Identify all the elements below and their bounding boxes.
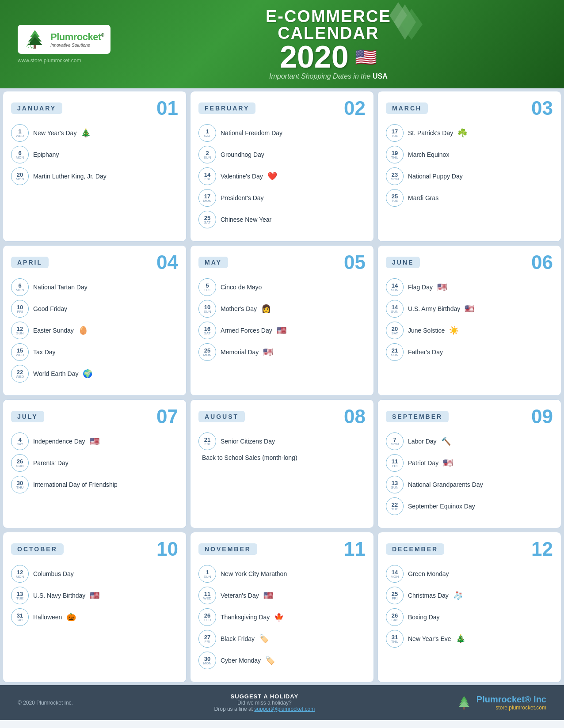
event-row: 22WEDWorld Earth Day🌍: [11, 365, 178, 383]
event-name: National Grandparents Day: [408, 481, 483, 488]
event-name: Cyber Monday: [221, 657, 261, 664]
event-icon: ☀️: [449, 326, 459, 335]
day-badge: 10FRI: [11, 300, 29, 318]
month-name: FEBRUARY: [198, 102, 255, 114]
svg-point-3: [28, 42, 30, 44]
event-row: 13TUEU.S. Navy Birthday🇺🇸: [11, 587, 178, 604]
event-icon: 🌍: [83, 369, 92, 379]
event-name: New Year's Day: [33, 129, 76, 136]
day-number: 31: [392, 634, 398, 640]
day-abbr: WED: [203, 597, 212, 600]
day-badge: 14SUN: [386, 300, 404, 318]
event-name: Senior Citizens Day: [221, 438, 275, 445]
event-row: 11FRIPatriot Day🇺🇸: [386, 454, 553, 472]
event-icon: 🇺🇸: [90, 591, 99, 600]
day-abbr: SUN: [16, 464, 24, 468]
event-row: 19THUMarch Equinox: [386, 146, 553, 163]
day-abbr: MON: [16, 178, 24, 181]
day-abbr: TUE: [391, 134, 398, 138]
event-name: Valentine's Day: [221, 173, 263, 180]
event-name: Cinco de Mayo: [221, 284, 262, 291]
footer-center: SUGGEST A HOLIDAY Did we miss a holiday?…: [214, 693, 315, 712]
event-name: Mother's Day: [221, 305, 257, 312]
ecom-title-line1: E-COMMERCE CALENDAR: [111, 8, 546, 42]
event-name: Epiphany: [33, 151, 59, 158]
event-row: 11WEDVeteran's Day🇺🇸: [198, 587, 366, 604]
day-badge: 14SUN: [386, 278, 404, 296]
day-number: 1: [18, 129, 21, 134]
footer-email-link[interactable]: support@plumrocket.com: [254, 706, 315, 712]
day-abbr: TUE: [16, 597, 23, 600]
day-abbr: SUN: [16, 332, 24, 335]
event-icon: 🔨: [441, 436, 451, 446]
event-name: St. Patrick's Day: [408, 129, 453, 136]
event-row: 31SATHalloween🎃: [11, 608, 178, 626]
event-name: National Freedom Day: [221, 129, 282, 136]
event-row: 17MONPresident's Day: [198, 189, 366, 207]
event-name: International Day of Friendship: [33, 481, 118, 488]
event-icon: 🇺🇸: [443, 458, 453, 468]
event-icon: 🎄: [456, 634, 465, 644]
event-row: 31THUNew Year's Eve🎄: [386, 630, 553, 648]
day-badge: 31SAT: [11, 608, 29, 626]
event-icon: 🇺🇸: [263, 347, 273, 357]
month-number: 01: [156, 99, 178, 118]
svg-point-4: [30, 46, 31, 47]
diamond-decoration: [374, 0, 436, 71]
day-badge: 25MON: [198, 343, 216, 361]
month-card-october: OCTOBER1012MONColumbus Day13TUEU.S. Navy…: [3, 532, 187, 682]
day-abbr: FRI: [392, 597, 398, 600]
day-badge: 25TUE: [386, 189, 404, 207]
event-row: 25MONMemorial Day🇺🇸: [198, 343, 366, 361]
day-abbr: SUN: [391, 310, 399, 314]
month-name: SEPTEMBER: [386, 411, 449, 422]
event-row: 26THUThanksgiving Day🍁: [198, 608, 366, 626]
plumrocket-logo-icon: [24, 28, 46, 50]
event-name: Flag Day: [408, 284, 433, 291]
event-name: Groundhog Day: [221, 151, 264, 158]
event-name: Thanksgiving Day: [221, 614, 270, 621]
month-name: DECEMBER: [386, 543, 444, 555]
month-header: JULY07: [11, 407, 178, 426]
day-number: 26: [392, 613, 398, 618]
day-badge: 20SAT: [386, 322, 404, 339]
month-name: JULY: [11, 411, 44, 422]
month-number: 07: [156, 407, 178, 426]
day-badge: 31THU: [386, 630, 404, 648]
footer-suggest-sub: Did we miss a holiday? Drop us a line at…: [214, 700, 315, 712]
day-number: 10: [204, 304, 210, 310]
day-badge: 26SAT: [386, 608, 404, 626]
event-icon: 🏷️: [265, 656, 275, 665]
event-row: 7MONLabor Day🔨: [386, 432, 553, 450]
day-number: 22: [392, 502, 398, 508]
day-number: 2: [206, 150, 209, 156]
day-number: 19: [392, 150, 398, 156]
footer-store-url: store.plumrocket.com: [476, 705, 546, 711]
header-url: www.store.plumrocket.com: [18, 57, 81, 64]
day-badge: 30MON: [198, 652, 216, 669]
day-number: 23: [392, 172, 398, 178]
logo-text: Plumrocket® Innovative Solutions: [50, 31, 104, 48]
event-row: 12SUNEaster Sunday🥚: [11, 322, 178, 339]
month-number: 12: [531, 539, 553, 559]
day-abbr: SAT: [17, 618, 23, 622]
day-number: 1: [206, 129, 209, 134]
day-abbr: SUN: [204, 156, 211, 159]
logo-brand: Plumrocket®: [50, 31, 104, 43]
event-name: Memorial Day: [221, 349, 259, 356]
day-abbr: TUE: [391, 199, 398, 203]
footer-logo-icon: [456, 695, 472, 711]
month-number: 05: [344, 253, 366, 272]
event-icon: 🇺🇸: [465, 304, 474, 314]
month-card-july: JULY074SATIndependence Day🇺🇸26SUNParents…: [3, 399, 187, 528]
ecom-subtitle: Important Shopping Dates in the USA: [111, 72, 546, 80]
day-badge: 13TUE: [11, 587, 29, 604]
month-name: JUNE: [386, 257, 420, 268]
event-row: 14SUNU.S. Army Birthday🇺🇸: [386, 300, 553, 318]
day-abbr: SUN: [204, 575, 211, 579]
event-row: 26SATBoxing Day: [386, 608, 553, 626]
month-card-february: FEBRUARY021SATNational Freedom Day2SUNGr…: [190, 91, 374, 242]
day-badge: 15WED: [11, 343, 29, 361]
day-number: 5: [206, 283, 209, 288]
event-row: 26SUNParents' Day: [11, 454, 178, 472]
